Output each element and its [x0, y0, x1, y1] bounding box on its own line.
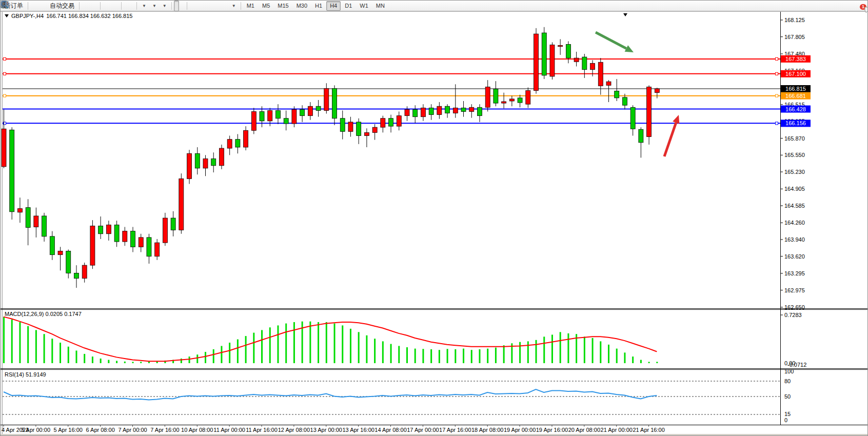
auto-scroll-button[interactable]: [129, 1, 134, 11]
time-axis-label: 21 Apr 00:00: [601, 427, 633, 433]
timeframe-m1-button[interactable]: M1: [243, 1, 258, 11]
bull-candle: [187, 153, 192, 179]
price-line-badge-label: 166.681: [785, 93, 806, 99]
bear-candle: [477, 107, 482, 115]
bull-candle: [469, 107, 474, 111]
tile-windows-button[interactable]: [114, 1, 119, 11]
timeframe-m5-button[interactable]: M5: [259, 1, 273, 11]
time-axis-label: 10 Apr 08:00: [181, 427, 213, 433]
bear-candle: [461, 108, 466, 111]
bear-candle: [582, 57, 587, 70]
chart-shift-button[interactable]: [124, 1, 129, 11]
price-line-badge-label: 166.815: [785, 86, 806, 92]
bear-candle: [622, 97, 627, 105]
bull-candle: [590, 63, 595, 69]
timeframe-w1-button[interactable]: W1: [356, 1, 372, 11]
chart-surface[interactable]: [3, 12, 780, 308]
signal-button[interactable]: [42, 1, 47, 11]
text-label-tool-button[interactable]: T: [223, 1, 228, 11]
time-axis-label: 18 Apr 08:00: [471, 427, 503, 433]
bull-candle: [227, 140, 232, 148]
resistance-line-2-handle[interactable]: [776, 72, 778, 75]
candlestick-chart-button[interactable]: [87, 1, 92, 11]
bull-candle: [123, 231, 127, 242]
symbol-period-label: GBPJPY-,H4: [11, 13, 44, 19]
resistance-line-2-handle[interactable]: [4, 72, 6, 75]
bull-candle: [509, 99, 514, 101]
bull-candle: [421, 108, 425, 116]
search-icon: [1, 1, 9, 9]
timeframe-mn-button[interactable]: MN: [372, 1, 388, 11]
resistance-line-1-handle[interactable]: [4, 57, 6, 60]
support-line-2-handle[interactable]: [776, 122, 778, 125]
pivot-line-handle[interactable]: [4, 94, 6, 97]
bull-candle: [550, 45, 555, 76]
trendline-tool-button[interactable]: [201, 1, 206, 11]
line-chart-button[interactable]: [93, 1, 98, 11]
chart-canvas[interactable]: 168.125167.805167.480167.160166.840166.5…: [1, 1, 868, 436]
styles-button[interactable]: [30, 1, 35, 11]
bear-candle: [615, 91, 619, 98]
price-line-badge-label: 166.156: [785, 120, 806, 126]
price-axis-tick-label: 165.550: [784, 152, 805, 158]
price-line-badge-label: 167.383: [785, 56, 806, 62]
channel-tool-button[interactable]: [206, 1, 211, 11]
resistance-line-1-handle[interactable]: [776, 57, 778, 60]
rsi-axis-label: 50: [784, 393, 791, 400]
bear-candle: [171, 218, 175, 230]
arrows-tool-button[interactable]: ▼: [229, 1, 239, 11]
auto-trading-button[interactable]: 自动交易: [47, 1, 77, 11]
bear-candle: [566, 45, 570, 58]
toolbar-separator: [79, 2, 80, 10]
zoom-out-button[interactable]: [108, 1, 113, 11]
price-line-badge-label: 166.428: [785, 106, 806, 112]
bull-candle: [292, 109, 297, 124]
bear-candle: [332, 88, 337, 118]
bull-candle: [348, 122, 353, 131]
timeframe-d1-button[interactable]: D1: [341, 1, 356, 11]
bull-candle: [598, 62, 603, 86]
time-axis-label: 19 Apr 16:00: [536, 427, 568, 433]
toolbar-separator: [28, 2, 28, 10]
timeframe-h1-button[interactable]: H1: [311, 1, 326, 11]
price-axis-tick-label: 164.260: [784, 220, 805, 226]
templates-button[interactable]: ▼: [160, 1, 169, 11]
bull-candle: [574, 58, 579, 62]
zoom-in-button[interactable]: [103, 1, 108, 11]
bull-candle: [606, 82, 611, 85]
bull-candle: [106, 225, 111, 233]
horizontal-line-tool-button[interactable]: [195, 1, 200, 11]
macd-indicator-label: MACD(12,26,9) 0.0205 0.1747: [5, 311, 82, 317]
bear-candle: [42, 216, 47, 236]
timeframe-m15-button[interactable]: M15: [274, 1, 292, 11]
bull-candle: [485, 87, 490, 107]
bull-candle: [437, 106, 442, 114]
bear-candle: [195, 153, 200, 168]
mt4-window: { "toolbar": { "new_order_label": "新订单",…: [0, 0, 868, 436]
crosshair-tool-button[interactable]: [180, 1, 185, 11]
pivot-line-handle[interactable]: [776, 94, 778, 97]
bear-candle: [26, 208, 30, 228]
bar-chart-button[interactable]: [82, 1, 87, 11]
bear-candle: [235, 140, 240, 147]
bear-candle: [147, 237, 151, 256]
bear-candle: [542, 33, 546, 75]
navigator-button[interactable]: [36, 1, 41, 11]
time-axis-label: 6 Apr 08:00: [86, 427, 114, 433]
price-axis-tick-label: 165.870: [784, 135, 805, 142]
cursor-tool-button[interactable]: [174, 1, 179, 11]
symbol-dropdown-icon[interactable]: [5, 14, 9, 17]
bull-candle: [268, 110, 272, 121]
auto-trading-label: 自动交易: [50, 2, 74, 10]
vertical-line-tool-button[interactable]: [189, 1, 194, 11]
bull-candle: [179, 179, 184, 230]
timeframe-m30-button[interactable]: M30: [293, 1, 311, 11]
price-axis-tick-label: 164.905: [784, 186, 805, 192]
indicators-button[interactable]: ▼: [139, 1, 149, 11]
fibonacci-tool-button[interactable]: [212, 1, 217, 11]
bull-candle: [647, 87, 652, 136]
text-tool-button[interactable]: A: [218, 1, 223, 11]
price-axis-tick-label: 163.940: [784, 236, 805, 243]
periods-button[interactable]: ▼: [149, 1, 159, 11]
timeframe-h4-button[interactable]: H4: [326, 1, 341, 11]
